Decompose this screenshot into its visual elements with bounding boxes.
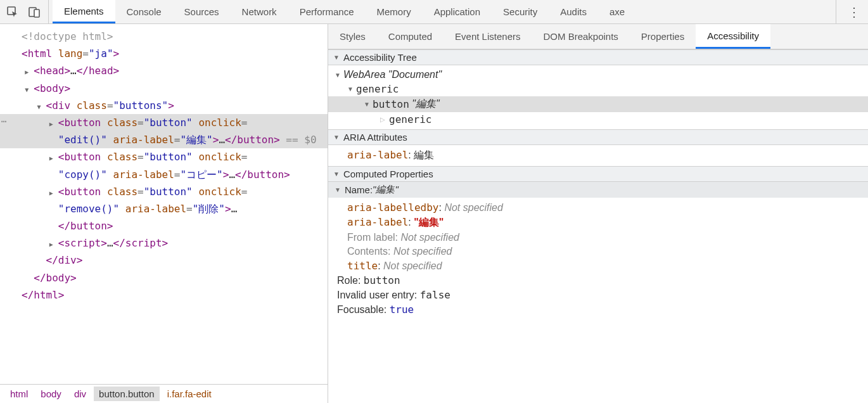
crumb-div[interactable]: div	[69, 387, 91, 401]
panel-tabs: ElementsConsoleSourcesNetworkPerformance…	[53, 0, 832, 23]
crumb-html[interactable]: html	[5, 387, 33, 401]
crumb-body[interactable]: body	[35, 387, 67, 401]
subtab-properties[interactable]: Properties	[630, 24, 696, 49]
tab-console[interactable]: Console	[115, 0, 173, 23]
sidebar-panel: StylesComputedEvent ListenersDOM Breakpo…	[328, 24, 868, 403]
breadcrumb[interactable]: htmlbodydivbutton.buttoni.far.fa-edit	[0, 384, 328, 403]
computed-name-row[interactable]: Name: "編集"	[328, 182, 868, 198]
accessibility-tree-header[interactable]: Accessibility Tree	[328, 49, 868, 65]
sidebar-tabs: StylesComputedEvent ListenersDOM Breakpo…	[328, 24, 868, 49]
subtab-dom-breakpoints[interactable]: DOM Breakpoints	[532, 24, 629, 49]
tab-network[interactable]: Network	[231, 0, 288, 23]
crumb-i-far-fa-edit[interactable]: i.far.fa-edit	[162, 387, 217, 401]
crumb-button-button[interactable]: button.button	[94, 387, 160, 401]
selected-acc-node[interactable]: ▼button "編集"	[328, 96, 868, 112]
tab-elements[interactable]: Elements	[53, 0, 115, 23]
subtab-accessibility[interactable]: Accessibility	[696, 24, 770, 49]
selected-dom-node[interactable]: ⋯ <button class="button" onclick=	[0, 114, 328, 131]
device-toggle-icon[interactable]	[28, 6, 41, 18]
tab-security[interactable]: Security	[492, 0, 549, 23]
toolbar-icons	[0, 0, 44, 23]
inspect-icon[interactable]	[6, 6, 19, 18]
accessibility-tree: ▼WebArea "Document" ▼generic ▼button "編集…	[328, 65, 868, 129]
elements-panel: <!doctype html> <html lang="ja"> <head>……	[0, 24, 328, 403]
computed-properties-header[interactable]: Computed Properties	[328, 166, 868, 182]
doctype: <!doctype html>	[22, 30, 113, 42]
tab-sources[interactable]: Sources	[173, 0, 231, 23]
main-toolbar: ElementsConsoleSourcesNetworkPerformance…	[0, 0, 868, 24]
tab-audits[interactable]: Audits	[549, 0, 598, 23]
tab-performance[interactable]: Performance	[288, 0, 366, 23]
subtab-styles[interactable]: Styles	[328, 24, 377, 49]
subtab-event-listeners[interactable]: Event Listeners	[444, 24, 532, 49]
subtab-computed[interactable]: Computed	[377, 24, 444, 49]
tab-application[interactable]: Application	[423, 0, 492, 23]
kebab-menu-icon[interactable]: ⋮	[848, 4, 860, 20]
svg-rect-2	[34, 10, 39, 17]
tab-axe[interactable]: axe	[598, 0, 636, 23]
aria-attributes-header[interactable]: ARIA Attributes	[328, 129, 868, 145]
dom-tree[interactable]: <!doctype html> <html lang="ja"> <head>……	[0, 24, 328, 384]
tab-memory[interactable]: Memory	[366, 0, 423, 23]
